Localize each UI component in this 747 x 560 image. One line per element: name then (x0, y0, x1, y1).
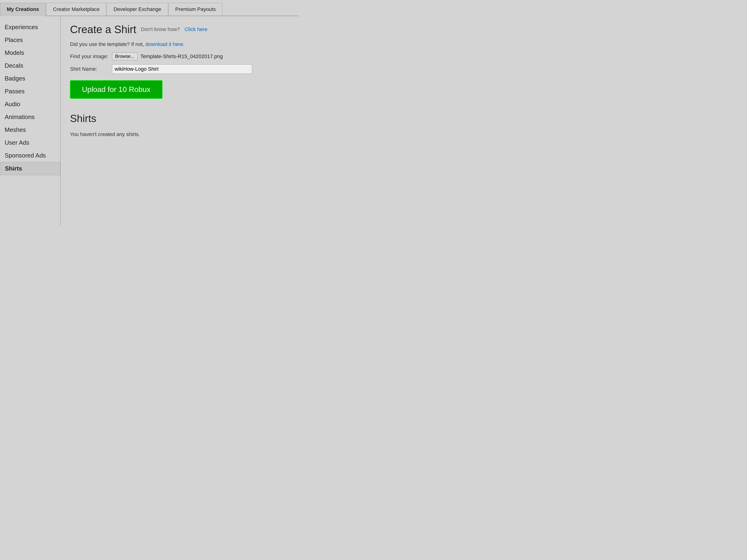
download-link[interactable]: download it here (146, 41, 183, 47)
create-shirt-section: Create a Shirt Don't know how? Click her… (70, 23, 289, 101)
content-area: Create a Shirt Don't know how? Click her… (61, 16, 299, 226)
tab-my-creations[interactable]: My Creations (0, 3, 46, 16)
template-text: Did you use the template? If not, (70, 41, 144, 47)
template-line: Did you use the template? If not, downlo… (70, 41, 289, 47)
main-layout: Experiences Places Models Decals Badges … (0, 16, 299, 226)
sidebar-item-user-ads[interactable]: User Ads (0, 136, 60, 149)
find-image-label: Find your image: (70, 53, 112, 59)
upload-button-wrapper: Upload for 10 Robux (70, 80, 162, 99)
upload-button[interactable]: Upload for 10 Robux (71, 81, 162, 98)
shirt-name-input[interactable] (112, 64, 252, 74)
sidebar-item-places[interactable]: Places (0, 34, 60, 47)
shirt-name-label: Shirt Name: (70, 66, 112, 72)
file-name-display: Template-Shirts-R15_04202017.png (140, 53, 223, 59)
sidebar-item-sponsored-ads[interactable]: Sponsored Ads (0, 149, 60, 162)
sidebar-item-passes[interactable]: Passes (0, 85, 60, 98)
shirts-section: Shirts You haven't created any shirts. (70, 113, 289, 137)
create-shirt-header: Create a Shirt Don't know how? Click her… (70, 23, 289, 36)
sidebar-item-models[interactable]: Models (0, 47, 60, 59)
shirt-name-row: Shirt Name: (70, 64, 289, 74)
sidebar-item-audio[interactable]: Audio (0, 98, 60, 111)
sidebar: Experiences Places Models Decals Badges … (0, 16, 61, 226)
browse-button[interactable]: Browse... (112, 53, 137, 60)
tab-premium-payouts[interactable]: Premium Payouts (169, 3, 223, 16)
sidebar-item-meshes[interactable]: Meshes (0, 124, 60, 136)
tab-creator-marketplace[interactable]: Creator Marketplace (46, 3, 106, 16)
template-period: . (183, 41, 184, 47)
sidebar-item-decals[interactable]: Decals (0, 59, 60, 72)
find-image-row: Find your image: Browse... Template-Shir… (70, 53, 289, 60)
sidebar-item-shirts[interactable]: Shirts (0, 162, 60, 175)
sidebar-item-badges[interactable]: Badges (0, 72, 60, 85)
create-shirt-title: Create a Shirt (70, 23, 136, 36)
sidebar-item-experiences[interactable]: Experiences (0, 21, 60, 34)
no-shirts-message: You haven't created any shirts. (70, 131, 289, 137)
click-here-link[interactable]: Click here (185, 26, 208, 32)
shirts-section-title: Shirts (70, 113, 289, 124)
dont-know-text: Don't know how? (141, 26, 180, 32)
tab-developer-exchange[interactable]: Developer Exchange (107, 3, 168, 16)
tab-bar: My Creations Creator Marketplace Develop… (0, 0, 299, 16)
sidebar-item-animations[interactable]: Animations (0, 111, 60, 124)
